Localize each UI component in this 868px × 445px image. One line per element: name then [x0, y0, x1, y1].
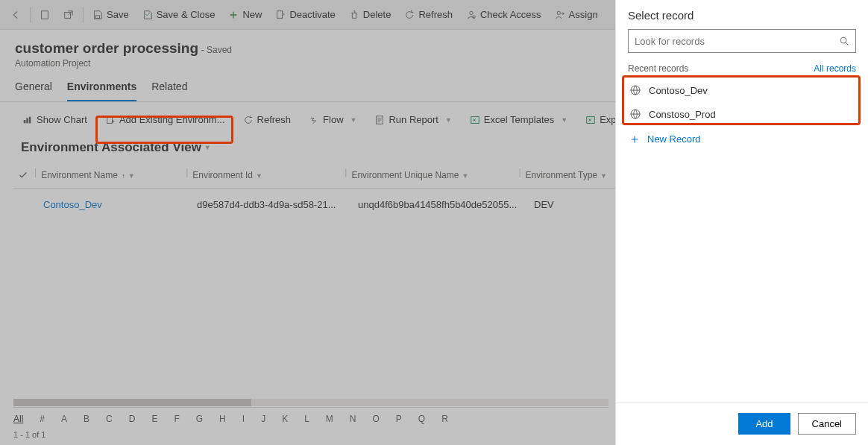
row-name[interactable]: Contoso_Dev: [39, 196, 188, 213]
tab-environments[interactable]: Environments: [67, 75, 136, 101]
alpha-b[interactable]: B: [84, 414, 89, 424]
alpha-d[interactable]: D: [129, 414, 136, 424]
search-icon[interactable]: [839, 36, 849, 46]
svg-rect-10: [107, 116, 113, 123]
alpha-e[interactable]: E: [151, 414, 157, 424]
save-close-button[interactable]: Save & Close: [136, 6, 221, 23]
alpha-r[interactable]: R: [441, 414, 448, 424]
all-records-link[interactable]: All records: [814, 63, 856, 74]
new-button[interactable]: New: [222, 6, 268, 23]
alpha-all[interactable]: All: [13, 414, 23, 424]
view-title: Environment Associated View: [21, 140, 201, 155]
search-input[interactable]: [635, 36, 839, 47]
back-button[interactable]: [4, 7, 27, 23]
refresh-button[interactable]: Refresh: [398, 6, 459, 23]
column-header-type[interactable]: Environment Type▼: [521, 167, 618, 183]
subgrid-refresh-label: Refresh: [257, 114, 292, 125]
svg-rect-3: [277, 10, 283, 18]
assign-label: Assign: [569, 9, 598, 20]
flow-label: Flow: [323, 114, 343, 125]
alpha-filter-bar: All # A B C D E F G H I J K L M N O P Q …: [13, 407, 608, 424]
alpha-l[interactable]: L: [304, 414, 309, 424]
deactivate-label: Deactivate: [289, 9, 335, 20]
alpha-p[interactable]: P: [396, 414, 402, 424]
svg-rect-12: [471, 116, 479, 123]
subgrid-refresh-button[interactable]: Refresh: [236, 110, 299, 130]
run-report-button[interactable]: Run Report ▼: [367, 110, 459, 130]
alpha-j[interactable]: J: [261, 414, 265, 424]
alpha-h[interactable]: H: [219, 414, 226, 424]
show-chart-label: Show Chart: [37, 114, 87, 125]
alpha-k[interactable]: K: [282, 414, 288, 424]
sort-asc-icon: ↑: [122, 172, 125, 180]
alpha-a[interactable]: A: [61, 414, 67, 424]
assign-button[interactable]: Assign: [549, 6, 604, 23]
svg-rect-0: [42, 10, 48, 19]
svg-rect-2: [95, 15, 99, 18]
entity-subtitle: Automation Project: [15, 58, 232, 69]
save-button[interactable]: Save: [87, 6, 135, 23]
column-header-unique[interactable]: Environment Unique Name▼: [347, 167, 518, 183]
excel-templates-button[interactable]: Excel Templates ▼: [462, 110, 575, 130]
alpha-g[interactable]: G: [196, 414, 203, 424]
svg-rect-1: [65, 12, 71, 18]
alpha-f[interactable]: F: [174, 414, 179, 424]
alpha-n[interactable]: N: [350, 414, 356, 424]
chevron-down-icon: ▼: [445, 116, 452, 124]
alpha-c[interactable]: C: [106, 414, 113, 424]
column-header-id[interactable]: Environment Id▼: [188, 167, 345, 183]
plus-icon: [629, 134, 640, 145]
recent-records-label: Recent records: [628, 63, 688, 74]
save-label: Save: [107, 9, 129, 20]
new-record-label: New Record: [647, 133, 701, 145]
tab-general[interactable]: General: [15, 75, 52, 101]
panel-title: Select record: [616, 0, 868, 29]
recent-record-item[interactable]: Constoso_Prod: [616, 102, 868, 126]
chevron-down-icon: ▼: [561, 116, 567, 124]
column-header-name[interactable]: Environment Name ↑▼: [37, 167, 186, 183]
tab-related[interactable]: Related: [151, 75, 187, 101]
svg-point-6: [557, 11, 560, 14]
alpha-m[interactable]: M: [326, 414, 333, 424]
export-label: Exp: [600, 114, 616, 125]
recent-record-item[interactable]: Contoso_Dev: [616, 78, 868, 102]
svg-rect-13: [587, 116, 595, 123]
add-existing-environment-button[interactable]: Add Existing Environm...: [98, 110, 233, 130]
select-all-checkbox[interactable]: [13, 167, 34, 183]
add-button[interactable]: Add: [738, 413, 790, 435]
open-new-button[interactable]: [57, 7, 80, 23]
check-access-button[interactable]: Check Access: [460, 6, 547, 23]
page-title: customer order processing: [15, 40, 198, 56]
refresh-label: Refresh: [418, 9, 453, 20]
chevron-down-icon: ▼: [600, 172, 607, 180]
show-chart-button[interactable]: Show Chart: [15, 110, 95, 130]
globe-icon: [629, 108, 641, 120]
view-selector-chevron-icon[interactable]: ▼: [204, 144, 211, 151]
excel-templates-label: Excel Templates: [484, 114, 554, 125]
new-record-button[interactable]: New Record: [616, 126, 868, 152]
select-record-panel: Select record Recent records All records…: [615, 0, 868, 445]
add-existing-label: Add Existing Environm...: [119, 114, 225, 125]
page-count: 1 - 1 of 1: [13, 430, 45, 439]
svg-rect-8: [26, 118, 28, 123]
chevron-down-icon: ▼: [462, 172, 468, 180]
saved-status: - Saved: [201, 45, 232, 55]
delete-label: Delete: [363, 9, 391, 20]
horizontal-scrollbar[interactable]: [13, 399, 608, 406]
alpha-i[interactable]: I: [242, 414, 245, 424]
alpha-hash[interactable]: #: [40, 414, 45, 424]
cancel-button[interactable]: Cancel: [798, 413, 856, 435]
delete-button[interactable]: Delete: [343, 6, 397, 23]
alpha-o[interactable]: O: [373, 414, 380, 424]
svg-point-4: [470, 11, 473, 14]
new-label: New: [242, 9, 262, 20]
deactivate-button[interactable]: Deactivate: [269, 6, 341, 23]
save-close-label: Save & Close: [157, 9, 216, 20]
chevron-down-icon: ▼: [128, 172, 135, 180]
alpha-q[interactable]: Q: [418, 414, 425, 424]
search-box[interactable]: [628, 29, 856, 53]
flow-button[interactable]: Flow ▼: [301, 110, 364, 130]
form-button[interactable]: [34, 7, 56, 23]
run-report-label: Run Report: [389, 114, 438, 125]
globe-icon: [629, 84, 641, 96]
